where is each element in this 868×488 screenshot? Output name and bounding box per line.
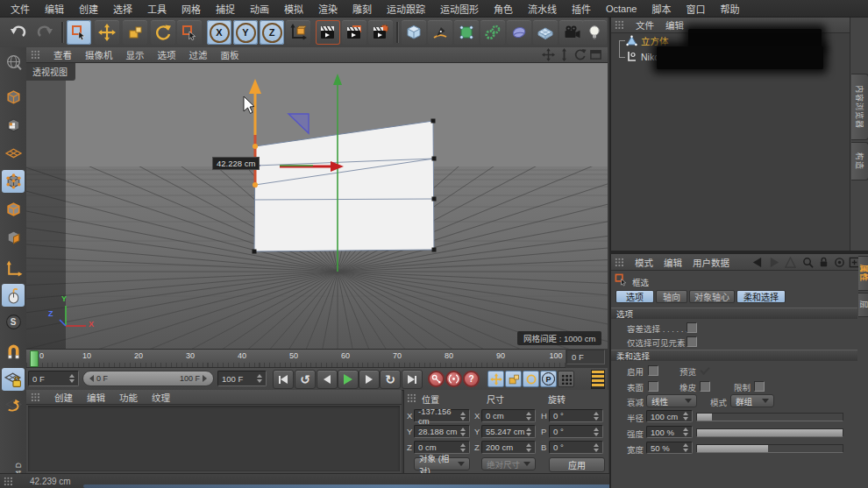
keyframe-selection-button[interactable]: ?: [463, 371, 480, 387]
record-keyframe-button[interactable]: [428, 371, 445, 387]
preview-checkmark[interactable]: [700, 364, 709, 374]
mat-menu-edit[interactable]: 编辑: [87, 391, 105, 404]
end-frame-field[interactable]: 100 F: [217, 371, 267, 386]
add-cube-button[interactable]: [402, 20, 426, 45]
goto-start-button[interactable]: [273, 370, 294, 389]
menu-pipeline[interactable]: 流水线: [528, 2, 557, 16]
vp-menu-panel[interactable]: 面板: [221, 48, 239, 61]
current-frame-field[interactable]: 0 F: [566, 350, 605, 364]
workplane-transform-button[interactable]: [2, 394, 25, 417]
strength-stepper[interactable]: [683, 428, 688, 436]
scale-button[interactable]: [123, 20, 147, 45]
nav-back-icon[interactable]: [751, 257, 763, 268]
render-view-button[interactable]: [316, 20, 340, 45]
view-label[interactable]: 透视视图: [26, 63, 75, 81]
start-frame-stepper[interactable]: [69, 374, 75, 383]
tab-attributes[interactable]: 属性: [858, 256, 868, 291]
tab-layers[interactable]: 层: [858, 293, 868, 317]
lock-y-button[interactable]: Y: [233, 20, 258, 45]
menu-simulate[interactable]: 模拟: [284, 2, 303, 16]
size-x-field[interactable]: 0 cm: [481, 409, 536, 422]
menu-create[interactable]: 创建: [79, 2, 98, 16]
play-button[interactable]: [338, 370, 359, 389]
width-slider[interactable]: [696, 444, 843, 453]
menu-edit[interactable]: 编辑: [45, 2, 64, 16]
width-stepper[interactable]: [683, 443, 688, 452]
panel-grip-icon[interactable]: [31, 50, 40, 60]
lock-x-button[interactable]: X: [207, 20, 231, 45]
selected-vertex-top[interactable]: [253, 144, 258, 149]
frame-range-slider[interactable]: 0 F 100 F: [82, 371, 214, 386]
toggle-view-icon[interactable]: [589, 48, 602, 61]
redo-button[interactable]: [33, 20, 58, 45]
enable-axis-button[interactable]: [2, 258, 25, 280]
am-menu-edit[interactable]: 编辑: [664, 256, 682, 269]
menu-sculpt[interactable]: 雕刻: [352, 2, 372, 16]
enable-snap-button[interactable]: [2, 340, 25, 363]
menu-character[interactable]: 角色: [494, 2, 513, 16]
menu-help[interactable]: 帮助: [720, 2, 739, 16]
mat-menu-create[interactable]: 创建: [54, 391, 73, 404]
visible-only-checkbox[interactable]: [687, 336, 697, 347]
key-rotation-button[interactable]: [523, 371, 539, 387]
tab-soft-selection[interactable]: 柔和选择: [736, 290, 786, 303]
size-y-field[interactable]: 55.247 cm: [481, 425, 536, 438]
pos-x-stepper[interactable]: [460, 412, 466, 421]
start-frame-field[interactable]: 0 F: [28, 371, 79, 386]
last-tool-button[interactable]: [177, 20, 202, 45]
add-camera-button[interactable]: [559, 20, 584, 45]
om-menu-edit[interactable]: 编辑: [665, 18, 684, 32]
perspective-viewport[interactable]: 透视视图 42.228 cm 网格间距 : 1000 cm Y X Z: [26, 63, 608, 349]
add-deformer-button[interactable]: [480, 20, 505, 45]
strength-field[interactable]: 100 %: [646, 426, 693, 438]
falloff-dropdown[interactable]: 线性: [646, 394, 697, 407]
rotate-button[interactable]: [151, 20, 175, 45]
add-field-button[interactable]: [507, 20, 531, 45]
key-parameters-button[interactable]: P: [540, 371, 557, 387]
menu-render[interactable]: 渲染: [318, 2, 338, 16]
mat-menu-function[interactable]: 功能: [119, 391, 138, 404]
vp-menu-options[interactable]: 选项: [158, 48, 176, 61]
enable-checkbox[interactable]: [648, 365, 658, 376]
menu-animate[interactable]: 动画: [250, 2, 269, 16]
mat-menu-texture[interactable]: 纹理: [152, 391, 170, 404]
menu-octane[interactable]: Octane: [606, 4, 637, 14]
tab-object-axis[interactable]: 对象轴心: [689, 290, 735, 303]
search-icon[interactable]: [802, 257, 814, 268]
rot-p-stepper[interactable]: [594, 428, 599, 436]
lock-icon[interactable]: [818, 257, 829, 268]
autokey-button[interactable]: [445, 371, 462, 387]
surface-checkbox[interactable]: [648, 381, 658, 392]
menu-motion-tracker[interactable]: 运动跟踪: [387, 2, 425, 16]
rot-p-field[interactable]: 0 °: [549, 425, 603, 438]
menu-mesh[interactable]: 网格: [181, 2, 201, 16]
menu-mograph[interactable]: 运动图形: [440, 2, 479, 16]
add-spline-button[interactable]: [428, 20, 452, 45]
menu-snap[interactable]: 捕捉: [216, 2, 235, 16]
menu-tools[interactable]: 工具: [147, 2, 167, 16]
om-menu-file[interactable]: 文件: [636, 18, 654, 32]
panel-grip-icon[interactable]: [615, 258, 624, 267]
pos-y-stepper[interactable]: [460, 428, 466, 436]
end-frame-stepper[interactable]: [257, 374, 262, 383]
panel-grip-icon[interactable]: [4, 477, 13, 486]
mode-dropdown[interactable]: 群组: [730, 394, 774, 407]
next-frame-button[interactable]: [359, 370, 380, 389]
radius-slider[interactable]: [696, 413, 843, 421]
rot-b-field[interactable]: 0 °: [549, 441, 603, 454]
material-list-area[interactable]: [28, 406, 400, 471]
nav-forward-icon[interactable]: [769, 257, 780, 268]
coord-mode-dropdown[interactable]: 对象 (相对): [414, 457, 470, 470]
limit-checkbox[interactable]: [754, 381, 765, 392]
size-z-stepper[interactable]: [526, 443, 531, 452]
pan-view-icon[interactable]: [542, 48, 555, 61]
options-section-header[interactable]: 选项: [611, 308, 857, 319]
tab-axis[interactable]: 轴向: [656, 290, 687, 303]
timeline-panel-icon[interactable]: [591, 370, 605, 389]
live-selection-button[interactable]: [67, 20, 91, 45]
rot-h-stepper[interactable]: [594, 412, 599, 421]
render-settings-button[interactable]: [368, 20, 393, 45]
polygons-mode-button[interactable]: [2, 226, 25, 249]
rot-h-field[interactable]: 0 °: [549, 409, 603, 422]
key-scale-button[interactable]: [505, 371, 522, 387]
